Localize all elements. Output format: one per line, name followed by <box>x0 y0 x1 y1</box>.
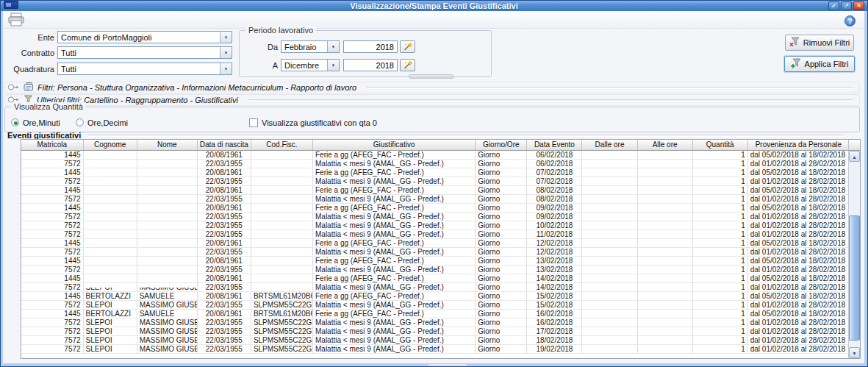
cell[interactable]: 08/02/2018 <box>527 194 582 203</box>
cell[interactable]: MASSIMO GIUSEPPE <box>137 282 197 291</box>
cell[interactable]: 1445 <box>21 291 83 300</box>
cell[interactable]: Malattia < mesi 9 (AMAL_GG - Predef.) <box>313 327 476 335</box>
cell[interactable]: dal 01/02/2018 al 28/02/2018 <box>747 344 849 353</box>
cell[interactable] <box>582 168 637 177</box>
cell[interactable] <box>137 150 197 159</box>
column-header[interactable]: Data Evento <box>527 140 582 150</box>
cell[interactable]: Giorno <box>476 274 527 282</box>
cell[interactable]: SLEPOI <box>83 282 137 291</box>
cell[interactable]: 7572 <box>21 318 83 327</box>
contratto-select[interactable]: Tutti ▼ <box>57 46 232 59</box>
cell[interactable]: Malattia < mesi 9 (AMAL_GG - Predef.) <box>313 344 476 353</box>
cell[interactable]: 09/02/2018 <box>527 212 582 221</box>
chevron-down-icon[interactable]: ▼ <box>220 63 232 74</box>
cell[interactable] <box>637 238 692 247</box>
cell[interactable] <box>251 194 312 203</box>
cell[interactable]: Giorno <box>476 185 527 194</box>
cell[interactable]: 20/08/1961 <box>197 291 251 300</box>
cell[interactable]: SLEPOI <box>83 335 137 344</box>
cell[interactable]: 22/03/1955 <box>197 159 251 168</box>
checkbox-qta0[interactable]: Visualizza giustificativi con qta 0 <box>249 116 377 129</box>
cell[interactable]: 22/03/1955 <box>197 229 251 238</box>
cell[interactable] <box>251 274 312 282</box>
cell[interactable] <box>137 177 197 185</box>
cell[interactable] <box>582 194 637 203</box>
cell[interactable] <box>637 256 692 265</box>
help-icon[interactable]: ? <box>844 15 856 26</box>
table-row[interactable]: 1445BERTOLAZZISAMUELE20/08/1961BRTSML61M… <box>21 291 850 300</box>
cell[interactable]: dal 01/02/2018 al 28/02/2018 <box>747 159 849 168</box>
cell[interactable] <box>83 177 137 185</box>
cell[interactable]: dal 05/02/2018 al 18/02/2018 <box>747 274 849 282</box>
cell[interactable] <box>137 265 197 274</box>
cell[interactable]: 20/08/1961 <box>197 150 251 159</box>
applica-filtri-button[interactable]: Applica Filtri <box>784 56 855 72</box>
cell[interactable]: 1 <box>692 282 747 291</box>
cell[interactable] <box>251 168 312 177</box>
column-header[interactable]: Alle ore <box>637 140 692 150</box>
cell[interactable] <box>637 344 692 353</box>
table-row[interactable]: 757222/03/1955Malattia < mesi 9 (AMAL_GG… <box>21 221 850 229</box>
cell[interactable] <box>137 185 197 194</box>
cell[interactable]: Malattia < mesi 9 (AMAL_GG - Predef.) <box>313 318 476 327</box>
splitter-handle[interactable] <box>427 363 468 367</box>
cell[interactable]: 1 <box>692 185 747 194</box>
cell[interactable]: 1 <box>692 238 747 247</box>
cell[interactable] <box>637 300 692 309</box>
cell[interactable]: 7572 <box>21 194 83 203</box>
cell[interactable] <box>83 168 137 177</box>
cell[interactable]: BERTOLAZZI <box>83 291 137 300</box>
cell[interactable]: 11/02/2018 <box>527 229 582 238</box>
cell[interactable]: 10/02/2018 <box>527 221 582 229</box>
cell[interactable]: dal 05/02/2018 al 18/02/2018 <box>747 291 849 300</box>
radio-button[interactable] <box>11 118 19 127</box>
cell[interactable]: 1 <box>692 265 747 274</box>
cell[interactable]: 17/02/2018 <box>527 327 582 335</box>
cell[interactable]: 16/02/2018 <box>527 318 582 327</box>
cell[interactable]: 07/02/2018 <box>527 168 582 177</box>
cell[interactable]: 14/02/2018 <box>527 274 582 282</box>
cell[interactable]: Giorno <box>476 150 527 159</box>
cell[interactable] <box>582 291 637 300</box>
cell[interactable]: 1445 <box>21 168 83 177</box>
cell[interactable]: dal 05/02/2018 al 18/02/2018 <box>747 168 849 177</box>
cell[interactable]: 22/03/1955 <box>197 177 251 185</box>
cell[interactable]: 1 <box>692 229 747 238</box>
cell[interactable] <box>251 159 312 168</box>
cell[interactable]: 7572 <box>21 212 83 221</box>
table-row[interactable]: 144520/08/1961Ferie a gg (AFEG_FAC - Pre… <box>21 168 850 177</box>
cell[interactable]: Giorno <box>476 327 527 335</box>
cell[interactable]: Ferie a gg (AFEG_FAC - Predef.) <box>313 168 476 177</box>
scroll-down-icon[interactable]: ▼ <box>849 347 860 358</box>
cell[interactable] <box>83 274 137 282</box>
cell[interactable]: Malattia < mesi 9 (AMAL_GG - Predef.) <box>313 335 476 344</box>
titlebar[interactable]: Visualizzazione/Stampa Eventi Giustifica… <box>1 1 867 11</box>
table-row[interactable]: 7572SLEPOIMASSIMO GIUSEPPE22/03/1955SLPM… <box>21 335 850 344</box>
a-month-select[interactable]: Dicembre ▼ <box>281 59 340 71</box>
cell[interactable]: BRTSML61M20B642K <box>251 291 312 300</box>
cell[interactable]: 1 <box>692 212 747 221</box>
cell[interactable] <box>582 159 637 168</box>
cell[interactable] <box>251 265 312 274</box>
cell[interactable]: Giorno <box>476 291 527 300</box>
cell[interactable]: 20/08/1961 <box>197 203 251 212</box>
cell[interactable]: SLEPOI <box>83 344 137 353</box>
cell[interactable]: 1445 <box>21 150 83 159</box>
cell[interactable]: 1 <box>692 256 747 265</box>
cell[interactable] <box>251 282 312 291</box>
cell[interactable]: Giorno <box>476 194 527 203</box>
cell[interactable] <box>637 327 692 335</box>
cell[interactable]: 1 <box>692 335 747 344</box>
table-row[interactable]: 144520/08/1961Ferie a gg (AFEG_FAC - Pre… <box>21 238 850 247</box>
cell[interactable] <box>137 212 197 221</box>
cell[interactable]: Giorno <box>476 212 527 221</box>
column-header[interactable]: Giorno/Ore <box>476 140 527 150</box>
cell[interactable] <box>637 274 692 282</box>
radio-ore-minuti[interactable]: Ore,Minuti <box>11 116 60 129</box>
cell[interactable] <box>83 247 137 256</box>
cell[interactable] <box>637 247 692 256</box>
cell[interactable]: 1 <box>692 159 747 168</box>
cell[interactable] <box>83 221 137 229</box>
cell[interactable] <box>637 194 692 203</box>
cell[interactable] <box>582 335 637 344</box>
